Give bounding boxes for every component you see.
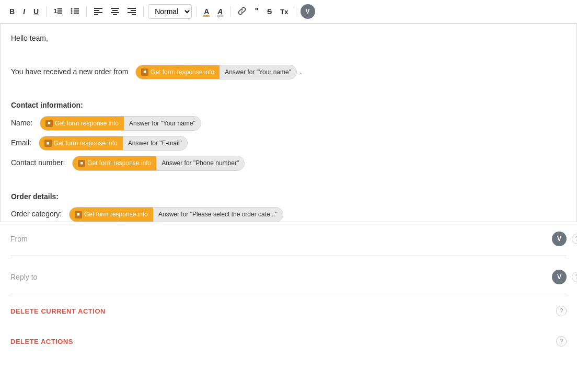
unordered-list-button[interactable] — [67, 5, 82, 19]
reply-to-label: Reply to — [10, 273, 52, 281]
svg-rect-16 — [111, 12, 119, 13]
highlight-icon: A — [217, 7, 223, 16]
chip-right-order-cat: Answer for "Please select the order cate… — [153, 207, 283, 221]
chip-form-label-email: Get form response info — [54, 138, 118, 148]
chip-group-phone[interactable]: ■ Get form response info Answer for "Pho… — [72, 156, 245, 170]
divider-2 — [86, 6, 87, 17]
strikethrough-button[interactable]: S — [264, 5, 275, 18]
chip-group-order-cat[interactable]: ■ Get form response info Answer for "Ple… — [69, 207, 283, 222]
chip-left-form-email: ■ Get form response info — [39, 136, 123, 150]
velo-badge[interactable]: V — [301, 4, 315, 19]
svg-rect-7 — [74, 8, 79, 9]
from-velo-badge[interactable]: V — [552, 232, 567, 246]
form-icon-email: ■ — [44, 140, 52, 147]
ordered-list-icon: 1. — [54, 7, 62, 15]
align-left-button[interactable] — [91, 5, 106, 19]
chip-right-email: Answer for "E-mail" — [123, 136, 187, 150]
reply-to-velo-badge[interactable]: V — [552, 270, 567, 284]
reply-to-velo-icon: V — [557, 273, 561, 281]
svg-rect-18 — [128, 8, 136, 9]
divider-1 — [46, 6, 47, 17]
unordered-list-icon — [71, 7, 79, 15]
underline-button[interactable]: U — [30, 5, 42, 18]
delete-actions-section: DELETE ACTIONS ? — [10, 328, 567, 355]
delete-actions-link[interactable]: DELETE ACTIONS — [10, 338, 73, 345]
chip-form-label-phone: Get form response info — [87, 158, 151, 168]
order-category-line: Order category: ■ Get form response info… — [11, 206, 566, 222]
clear-format-icon: Tx — [280, 8, 288, 16]
bold-button[interactable]: B — [6, 5, 18, 18]
form-fields-section: From V ? Reply to V ? — [0, 222, 577, 294]
email-editor: Hello team, You have received a new orde… — [0, 24, 577, 222]
link-button[interactable] — [235, 5, 249, 19]
from-help-icon[interactable]: ? — [572, 234, 577, 244]
link-icon — [238, 7, 246, 15]
ordered-list-button[interactable]: 1. — [51, 5, 65, 19]
delete-current-section: DELETE CURRENT ACTION ? — [10, 294, 567, 328]
svg-point-5 — [71, 10, 73, 11]
chip-group-name-2[interactable]: ■ Get form response info Answer for "You… — [40, 116, 201, 131]
chip-right-phone: Answer for "Phone number" — [156, 156, 244, 170]
chip-form-label-order-cat: Get form response info — [84, 209, 148, 220]
greeting-line: Hello team, — [11, 32, 566, 45]
quote-icon: " — [255, 7, 259, 16]
delete-actions-help-text: ? — [560, 338, 563, 345]
chip-left-form-2: ■ Get form response info — [40, 117, 124, 130]
font-color-button[interactable]: A — [201, 5, 212, 18]
editor-toolbar: B I U 1. — [0, 0, 577, 24]
editor-content-area[interactable]: Hello team, You have received a new orde… — [1, 24, 576, 222]
chip-right-name-1: Answer for "Your name" — [220, 65, 296, 79]
align-center-button[interactable] — [108, 5, 122, 19]
order-intro-line: You have received a new order from ■ Get… — [11, 64, 566, 80]
svg-rect-13 — [94, 14, 98, 15]
order-intro-text: You have received a new order from — [11, 67, 128, 76]
reply-to-input[interactable] — [52, 273, 552, 281]
reply-to-help-icon[interactable]: ? — [572, 272, 577, 282]
chip-group-email[interactable]: ■ Get form response info Answer for "E-m… — [39, 136, 188, 151]
divider-3 — [143, 6, 144, 17]
reply-to-help-text: ? — [575, 273, 577, 281]
from-suffix: V — [552, 232, 567, 246]
strikethrough-icon: S — [267, 7, 272, 16]
svg-rect-19 — [131, 10, 136, 11]
align-right-button[interactable] — [124, 5, 139, 19]
quote-button[interactable]: " — [251, 5, 262, 18]
divider-4 — [196, 6, 197, 17]
svg-rect-11 — [94, 10, 99, 11]
contact-line: Contact number: ■ Get form response info… — [11, 155, 566, 171]
highlight-button[interactable]: A — [214, 5, 226, 18]
spacer-2 — [11, 84, 566, 96]
svg-rect-15 — [112, 10, 118, 11]
svg-point-4 — [71, 8, 73, 9]
font-size-select[interactable]: Normal — [148, 4, 192, 19]
from-label: From — [10, 235, 52, 243]
svg-rect-21 — [132, 14, 136, 15]
svg-rect-3 — [57, 13, 62, 14]
delete-current-action-link[interactable]: DELETE CURRENT ACTION — [10, 307, 106, 315]
svg-rect-20 — [128, 12, 136, 13]
font-color-icon: A — [204, 7, 209, 16]
spacer-1 — [11, 48, 566, 61]
italic-button[interactable]: I — [20, 5, 28, 18]
align-center-icon — [111, 7, 119, 15]
svg-rect-1 — [57, 8, 62, 9]
reply-to-field-row: Reply to V ? — [10, 260, 567, 294]
form-icon-1: ■ — [141, 68, 148, 76]
chip-left-form-phone: ■ Get form response info — [73, 156, 156, 170]
contact-heading: Contact information: — [11, 99, 566, 112]
svg-rect-8 — [74, 10, 79, 11]
order-category-label: Order category: — [11, 210, 62, 218]
svg-point-6 — [71, 12, 73, 14]
from-field-row: From V ? — [10, 222, 567, 256]
velo-icon: V — [305, 8, 309, 15]
delete-actions-help-icon[interactable]: ? — [556, 336, 567, 347]
svg-rect-17 — [113, 14, 117, 15]
from-help-text: ? — [575, 235, 577, 243]
from-input[interactable] — [52, 235, 552, 243]
delete-current-help-icon[interactable]: ? — [556, 306, 567, 316]
chip-group-name-1[interactable]: ■ Get form response info Answer for "You… — [135, 65, 297, 79]
align-left-icon — [94, 7, 102, 15]
clear-format-button[interactable]: Tx — [277, 5, 291, 18]
chip-right-name-2: Answer for "Your name" — [124, 117, 201, 130]
chip-form-label-2: Get form response info — [55, 118, 119, 129]
